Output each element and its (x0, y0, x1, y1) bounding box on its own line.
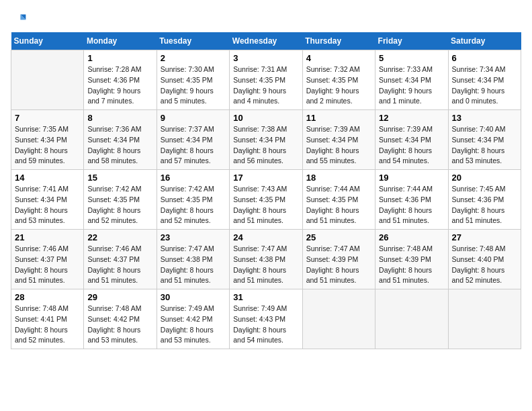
day-number: 14 (15, 173, 80, 183)
day-number: 20 (452, 173, 517, 183)
day-number: 30 (161, 292, 226, 302)
day-number: 19 (379, 173, 444, 183)
calendar-cell: 15Sunrise: 7:42 AM Sunset: 4:35 PM Dayli… (84, 170, 157, 230)
day-detail: Sunrise: 7:37 AM Sunset: 4:34 PM Dayligh… (161, 124, 226, 167)
day-detail: Sunrise: 7:47 AM Sunset: 4:38 PM Dayligh… (233, 244, 298, 286)
day-number: 10 (233, 113, 298, 123)
day-detail: Sunrise: 7:44 AM Sunset: 4:35 PM Dayligh… (306, 184, 371, 226)
day-detail: Sunrise: 7:48 AM Sunset: 4:41 PM Dayligh… (15, 304, 80, 346)
calendar-cell: 21Sunrise: 7:46 AM Sunset: 4:37 PM Dayli… (11, 230, 84, 289)
day-number: 8 (87, 113, 152, 123)
calendar-cell: 12Sunrise: 7:39 AM Sunset: 4:34 PM Dayli… (375, 110, 448, 170)
calendar-cell: 7Sunrise: 7:35 AM Sunset: 4:34 PM Daylig… (11, 110, 84, 170)
calendar-cell: 2Sunrise: 7:30 AM Sunset: 4:35 PM Daylig… (157, 50, 229, 110)
col-header-saturday: Saturday (448, 32, 521, 50)
day-detail: Sunrise: 7:41 AM Sunset: 4:34 PM Dayligh… (15, 184, 80, 226)
day-detail: Sunrise: 7:33 AM Sunset: 4:34 PM Dayligh… (379, 64, 444, 107)
day-detail: Sunrise: 7:45 AM Sunset: 4:36 PM Dayligh… (452, 184, 517, 226)
day-number: 31 (233, 292, 298, 302)
day-number: 16 (161, 173, 226, 183)
day-detail: Sunrise: 7:48 AM Sunset: 4:39 PM Dayligh… (379, 244, 444, 286)
calendar-cell: 19Sunrise: 7:44 AM Sunset: 4:36 PM Dayli… (375, 170, 448, 230)
day-number: 3 (233, 53, 298, 63)
calendar-cell: 10Sunrise: 7:38 AM Sunset: 4:34 PM Dayli… (230, 110, 302, 170)
week-row-3: 14Sunrise: 7:41 AM Sunset: 4:34 PM Dayli… (11, 170, 521, 230)
day-number: 24 (233, 232, 298, 242)
calendar-header-row: SundayMondayTuesdayWednesdayThursdayFrid… (11, 32, 521, 50)
day-detail: Sunrise: 7:30 AM Sunset: 4:35 PM Dayligh… (161, 64, 226, 107)
logo-icon (11, 11, 27, 27)
calendar-cell: 5Sunrise: 7:33 AM Sunset: 4:34 PM Daylig… (375, 50, 448, 110)
day-detail: Sunrise: 7:39 AM Sunset: 4:34 PM Dayligh… (379, 124, 444, 167)
day-detail: Sunrise: 7:43 AM Sunset: 4:35 PM Dayligh… (233, 184, 298, 226)
day-number: 22 (87, 232, 152, 242)
day-detail: Sunrise: 7:49 AM Sunset: 4:42 PM Dayligh… (161, 304, 226, 346)
week-row-2: 7Sunrise: 7:35 AM Sunset: 4:34 PM Daylig… (11, 110, 521, 170)
calendar-cell: 28Sunrise: 7:48 AM Sunset: 4:41 PM Dayli… (11, 289, 84, 349)
day-detail: Sunrise: 7:38 AM Sunset: 4:34 PM Dayligh… (233, 124, 298, 167)
day-detail: Sunrise: 7:49 AM Sunset: 4:43 PM Dayligh… (233, 304, 298, 346)
calendar-cell (302, 289, 375, 349)
calendar-cell: 1Sunrise: 7:28 AM Sunset: 4:36 PM Daylig… (84, 50, 157, 110)
week-row-4: 21Sunrise: 7:46 AM Sunset: 4:37 PM Dayli… (11, 230, 521, 289)
calendar-cell (11, 50, 84, 110)
col-header-wednesday: Wednesday (230, 32, 302, 50)
day-number: 9 (161, 113, 226, 123)
calendar-cell: 6Sunrise: 7:34 AM Sunset: 4:34 PM Daylig… (448, 50, 521, 110)
day-detail: Sunrise: 7:36 AM Sunset: 4:34 PM Dayligh… (87, 124, 152, 167)
calendar-cell: 16Sunrise: 7:42 AM Sunset: 4:35 PM Dayli… (157, 170, 229, 230)
day-number: 12 (379, 113, 444, 123)
calendar-cell: 31Sunrise: 7:49 AM Sunset: 4:43 PM Dayli… (230, 289, 302, 349)
day-number: 26 (379, 232, 444, 242)
calendar-cell: 11Sunrise: 7:39 AM Sunset: 4:34 PM Dayli… (302, 110, 375, 170)
week-row-5: 28Sunrise: 7:48 AM Sunset: 4:41 PM Dayli… (11, 289, 521, 349)
day-detail: Sunrise: 7:28 AM Sunset: 4:36 PM Dayligh… (87, 64, 152, 107)
day-number: 1 (87, 53, 152, 63)
day-detail: Sunrise: 7:46 AM Sunset: 4:37 PM Dayligh… (87, 244, 152, 286)
header (11, 11, 521, 27)
calendar-cell: 8Sunrise: 7:36 AM Sunset: 4:34 PM Daylig… (84, 110, 157, 170)
day-detail: Sunrise: 7:48 AM Sunset: 4:40 PM Dayligh… (452, 244, 517, 286)
calendar-cell: 13Sunrise: 7:40 AM Sunset: 4:34 PM Dayli… (448, 110, 521, 170)
day-number: 6 (452, 53, 517, 63)
calendar-cell: 30Sunrise: 7:49 AM Sunset: 4:42 PM Dayli… (157, 289, 229, 349)
calendar-cell: 24Sunrise: 7:47 AM Sunset: 4:38 PM Dayli… (230, 230, 302, 289)
day-number: 17 (233, 173, 298, 183)
logo (11, 11, 27, 27)
day-number: 4 (306, 53, 371, 63)
day-detail: Sunrise: 7:44 AM Sunset: 4:36 PM Dayligh… (379, 184, 444, 226)
day-detail: Sunrise: 7:48 AM Sunset: 4:42 PM Dayligh… (87, 304, 152, 346)
calendar-cell: 26Sunrise: 7:48 AM Sunset: 4:39 PM Dayli… (375, 230, 448, 289)
calendar-cell: 29Sunrise: 7:48 AM Sunset: 4:42 PM Dayli… (84, 289, 157, 349)
day-detail: Sunrise: 7:42 AM Sunset: 4:35 PM Dayligh… (161, 184, 226, 226)
day-detail: Sunrise: 7:31 AM Sunset: 4:35 PM Dayligh… (233, 64, 298, 107)
day-number: 5 (379, 53, 444, 63)
calendar-table: SundayMondayTuesdayWednesdayThursdayFrid… (11, 32, 521, 349)
calendar-cell: 22Sunrise: 7:46 AM Sunset: 4:37 PM Dayli… (84, 230, 157, 289)
day-number: 13 (452, 113, 517, 123)
day-number: 21 (15, 232, 80, 242)
calendar-cell: 9Sunrise: 7:37 AM Sunset: 4:34 PM Daylig… (157, 110, 229, 170)
week-row-1: 1Sunrise: 7:28 AM Sunset: 4:36 PM Daylig… (11, 50, 521, 110)
day-detail: Sunrise: 7:42 AM Sunset: 4:35 PM Dayligh… (87, 184, 152, 226)
day-detail: Sunrise: 7:35 AM Sunset: 4:34 PM Dayligh… (15, 124, 80, 167)
day-number: 27 (452, 232, 517, 242)
day-number: 28 (15, 292, 80, 302)
calendar-cell: 17Sunrise: 7:43 AM Sunset: 4:35 PM Dayli… (230, 170, 302, 230)
calendar-cell: 23Sunrise: 7:47 AM Sunset: 4:38 PM Dayli… (157, 230, 229, 289)
col-header-friday: Friday (375, 32, 448, 50)
calendar-cell: 18Sunrise: 7:44 AM Sunset: 4:35 PM Dayli… (302, 170, 375, 230)
calendar-cell: 4Sunrise: 7:32 AM Sunset: 4:35 PM Daylig… (302, 50, 375, 110)
col-header-sunday: Sunday (11, 32, 84, 50)
col-header-tuesday: Tuesday (157, 32, 229, 50)
col-header-thursday: Thursday (302, 32, 375, 50)
calendar-cell: 3Sunrise: 7:31 AM Sunset: 4:35 PM Daylig… (230, 50, 302, 110)
calendar-cell: 20Sunrise: 7:45 AM Sunset: 4:36 PM Dayli… (448, 170, 521, 230)
day-detail: Sunrise: 7:39 AM Sunset: 4:34 PM Dayligh… (306, 124, 371, 167)
day-number: 11 (306, 113, 371, 123)
calendar-cell: 27Sunrise: 7:48 AM Sunset: 4:40 PM Dayli… (448, 230, 521, 289)
day-number: 23 (161, 232, 226, 242)
day-detail: Sunrise: 7:46 AM Sunset: 4:37 PM Dayligh… (15, 244, 80, 286)
day-detail: Sunrise: 7:32 AM Sunset: 4:35 PM Dayligh… (306, 64, 371, 107)
day-number: 2 (161, 53, 226, 63)
